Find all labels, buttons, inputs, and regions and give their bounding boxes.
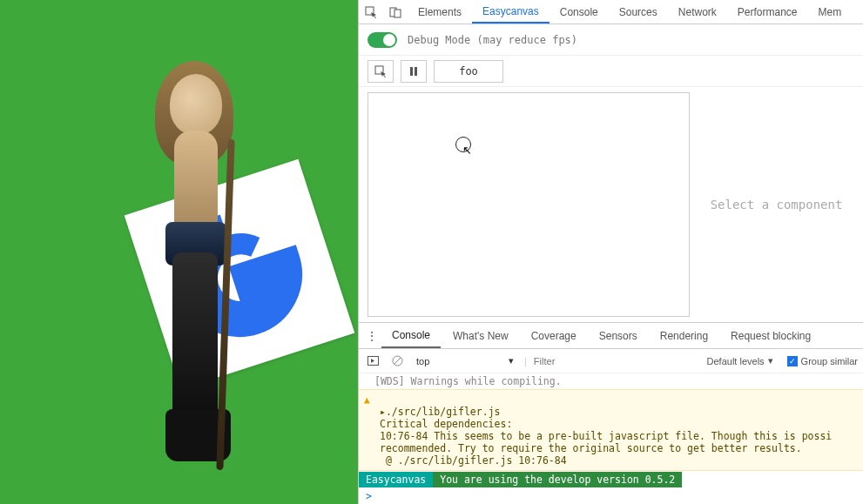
device-toolbar-icon[interactable] [383, 0, 408, 24]
component-detail-pane: Select a component [690, 87, 863, 322]
console-sidebar-toggle-icon[interactable] [364, 353, 381, 370]
warning-line: recommended. Try to require the original… [380, 442, 802, 454]
tab-network[interactable]: Network [668, 0, 727, 24]
canvas-viewport[interactable] [0, 0, 358, 504]
console-line: [WDS] Warnings while compiling. [359, 373, 863, 389]
inspect-element-icon[interactable] [359, 0, 383, 24]
warning-line: @ ./src/lib/gifler.js 10:76-84 [380, 454, 567, 467]
easycanvas-toolbar: foo [359, 56, 863, 87]
debug-mode-row: Debug Mode (may reduce fps) [359, 24, 863, 56]
warning-file: ./src/lib/gifler.js [386, 406, 501, 418]
console-info-line: EasycanvasYou are using the develop vers… [359, 471, 863, 488]
console-filter-input[interactable] [534, 356, 654, 366]
execution-context-select[interactable]: top ▾ [413, 355, 517, 366]
drawer-tab-rendering[interactable]: Rendering [650, 323, 718, 348]
drawer-tab-console[interactable]: Console [381, 323, 441, 348]
svg-rect-5 [415, 67, 417, 76]
character-sprite [131, 61, 279, 496]
group-similar-label: Group similar [801, 356, 858, 366]
log-level-select[interactable]: Default levels [707, 356, 765, 366]
debug-mode-label: Debug Mode (may reduce fps) [408, 34, 577, 46]
svg-rect-4 [410, 67, 413, 76]
drawer-tab-sensors[interactable]: Sensors [589, 323, 648, 348]
context-value: top [416, 356, 429, 366]
clear-console-icon[interactable] [388, 353, 406, 370]
drawer-tab-bar: ⋮ Console What's New Coverage Sensors Re… [359, 323, 863, 349]
devtools-tab-bar: Elements Easycanvas Console Sources Netw… [359, 0, 863, 24]
chevron-down-icon: ▾ [768, 355, 773, 366]
tab-console[interactable]: Console [549, 0, 609, 24]
console-toolbar: top ▾ | Default levels ▾ ✓ Group similar [359, 349, 863, 373]
foo-button[interactable]: foo [434, 60, 503, 83]
cursor-arrow-icon: ↖ [462, 144, 472, 157]
tab-performance[interactable]: Performance [727, 0, 808, 24]
detail-placeholder: Select a component [711, 198, 843, 212]
svg-line-8 [394, 358, 401, 364]
tab-memory[interactable]: Mem [808, 0, 853, 24]
console-drawer: ⋮ Console What's New Coverage Sensors Re… [359, 322, 863, 504]
svg-rect-2 [394, 10, 401, 17]
chevron-down-icon: ▾ [509, 355, 514, 366]
easycanvas-badge: Easycanvas [359, 472, 433, 487]
pause-button[interactable] [401, 60, 427, 83]
devtools-panel: Elements Easycanvas Console Sources Netw… [358, 0, 863, 504]
warning-line: 10:76-84 This seems to be a pre-built ja… [380, 430, 832, 442]
drawer-tab-coverage[interactable]: Coverage [521, 323, 587, 348]
group-similar-checkbox[interactable]: ✓ [787, 356, 798, 366]
drawer-menu-icon[interactable]: ⋮ [364, 329, 380, 343]
drawer-tab-reqblock[interactable]: Request blocking [720, 323, 821, 348]
debug-mode-toggle[interactable] [367, 32, 397, 48]
console-warning: ▲ ▸./src/lib/gifler.js Critical dependen… [359, 389, 863, 471]
tab-easycanvas[interactable]: Easycanvas [472, 0, 549, 24]
tab-elements[interactable]: Elements [408, 0, 472, 24]
pick-element-button[interactable] [367, 60, 394, 83]
easycanvas-version-msg: You are using the develop version 0.5.2 [433, 472, 682, 487]
component-tree-pane[interactable]: ↖ [367, 92, 690, 317]
tab-sources[interactable]: Sources [609, 0, 668, 24]
warning-line: Critical dependencies: [380, 418, 512, 430]
console-prompt[interactable]: > [359, 488, 863, 504]
console-output[interactable]: [WDS] Warnings while compiling. ▲ ▸./src… [359, 373, 863, 504]
warning-icon: ▲ [364, 394, 370, 406]
drawer-tab-whatsnew[interactable]: What's New [442, 323, 519, 348]
